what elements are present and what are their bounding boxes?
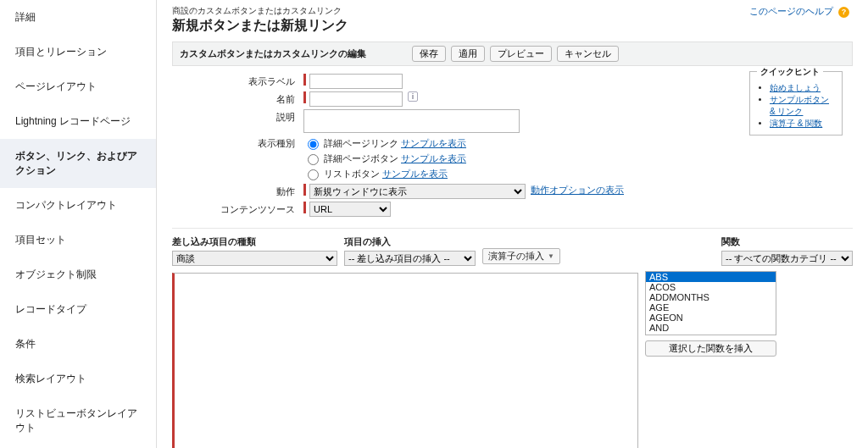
form-area: クイックヒント 始めましょう サンプルボタン & リンク 演算子 & 関数 表示…: [172, 66, 853, 229]
hint-getting-started[interactable]: 始めましょう: [770, 83, 821, 92]
behavior-options-link[interactable]: 動作オプションの表示: [531, 184, 624, 196]
radio-detail-button[interactable]: [308, 154, 319, 165]
section-title: カスタムボタンまたはカスタムリンクの編集: [180, 47, 366, 60]
function-category-select[interactable]: -- すべての関数カテゴリ --: [721, 251, 853, 266]
sample-link-3[interactable]: サンプルを表示: [382, 168, 448, 180]
label-merge-field-type: 差し込み項目の種類: [172, 235, 337, 248]
fn-item[interactable]: ABS: [646, 272, 776, 282]
section-bar: カスタムボタンまたはカスタムリンクの編集 保存 適用 プレビュー キャンセル: [172, 41, 853, 66]
label-behavior: 動作: [181, 184, 303, 198]
radio-list-button-label: リストボタン: [324, 168, 380, 180]
apply-button[interactable]: 適用: [451, 46, 485, 62]
page-title: 新規ボタンまたは新規リンク: [172, 17, 853, 35]
hint-operators-functions[interactable]: 演算子 & 関数: [770, 119, 822, 128]
help-icon: ?: [838, 7, 849, 18]
description-textarea[interactable]: [303, 109, 520, 133]
sample-link-2[interactable]: サンプルを表示: [401, 152, 466, 165]
display-label-input[interactable]: [309, 74, 403, 89]
label-content-source: コンテンツソース: [181, 202, 303, 216]
radio-detail-link[interactable]: [308, 139, 319, 150]
page-help: このページのヘルプ ?: [749, 5, 849, 18]
nav-field-sets[interactable]: 項目セット: [0, 223, 156, 257]
nav-conditions[interactable]: 条件: [0, 327, 156, 362]
preview-button[interactable]: プレビュー: [490, 46, 552, 62]
insert-field-select[interactable]: -- 差し込み項目の挿入 --: [344, 251, 476, 266]
nav-page-layouts[interactable]: ページレイアウト: [0, 69, 156, 104]
label-functions: 関数: [721, 235, 853, 248]
fn-item[interactable]: ACOS: [646, 282, 776, 292]
radio-detail-link-label: 詳細ページリンク: [324, 137, 398, 150]
function-listbox[interactable]: ABS ACOS ADDMONTHS AGE AGEON AND: [645, 271, 776, 335]
fn-item[interactable]: AND: [646, 323, 776, 333]
content-source-select[interactable]: URL: [309, 202, 391, 217]
hint-sample-buttons[interactable]: サンプルボタン & リンク: [770, 95, 829, 116]
nav-compact-layouts[interactable]: コンパクトレイアウト: [0, 188, 156, 223]
info-icon[interactable]: i: [408, 91, 418, 102]
page-help-link[interactable]: このページのヘルプ: [749, 6, 833, 16]
nav-buttons-links-actions[interactable]: ボタン、リンク、およびアクション: [0, 139, 156, 188]
nav-object-limits[interactable]: オブジェクト制限: [0, 257, 156, 292]
nav-lightning-pages[interactable]: Lightning レコードページ: [0, 104, 156, 139]
fn-item[interactable]: AGEON: [646, 312, 776, 323]
behavior-select[interactable]: 新規ウィンドウに表示: [309, 184, 526, 199]
required-indicator: [303, 74, 306, 86]
label-display-type: 表示種別: [181, 136, 303, 150]
fn-item[interactable]: ADDMONTHS: [646, 292, 776, 302]
radio-list-button[interactable]: [308, 169, 319, 180]
api-name-input[interactable]: [309, 91, 403, 107]
editor-area: 差し込み項目の種類 商談 項目の挿入 -- 差し込み項目の挿入 -- 演算子の挿…: [172, 229, 853, 266]
sidebar: 詳細 項目とリレーション ページレイアウト Lightning レコードページ …: [0, 0, 157, 448]
quick-hints: クイックヒント 始めましょう サンプルボタン & リンク 演算子 & 関数: [749, 71, 843, 136]
nav-details[interactable]: 詳細: [0, 0, 156, 35]
insert-function-button[interactable]: 選択した関数を挿入: [645, 340, 776, 357]
formula-textarea[interactable]: [172, 273, 638, 448]
insert-operator-button[interactable]: 演算子の挿入: [482, 248, 560, 264]
sample-link-1[interactable]: サンプルを表示: [401, 137, 466, 150]
label-insert-field: 項目の挿入: [344, 235, 476, 248]
nav-record-types[interactable]: レコードタイプ: [0, 292, 156, 327]
required-indicator: [303, 202, 306, 213]
radio-detail-button-label: 詳細ページボタン: [324, 152, 398, 165]
nav-listview-button-layout[interactable]: リストビューボタンレイアウト: [0, 396, 156, 445]
main-panel: このページのヘルプ ? 商設のカスタムボタンまたはカスタムリンク 新規ボタンまた…: [157, 0, 868, 448]
fn-item[interactable]: AGE: [646, 302, 776, 312]
label-description: 説明: [181, 109, 303, 124]
merge-field-type-select[interactable]: 商談: [172, 251, 337, 266]
nav-search-layouts[interactable]: 検索レイアウト: [0, 362, 156, 396]
label-name: 名前: [181, 91, 303, 106]
label-display-label: 表示ラベル: [181, 74, 303, 88]
quick-hints-title: クイックヒント: [757, 67, 823, 76]
required-indicator: [303, 91, 306, 103]
save-button[interactable]: 保存: [412, 46, 446, 62]
cancel-button[interactable]: キャンセル: [557, 46, 619, 62]
nav-fields-relations[interactable]: 項目とリレーション: [0, 35, 156, 69]
required-indicator: [303, 184, 306, 196]
